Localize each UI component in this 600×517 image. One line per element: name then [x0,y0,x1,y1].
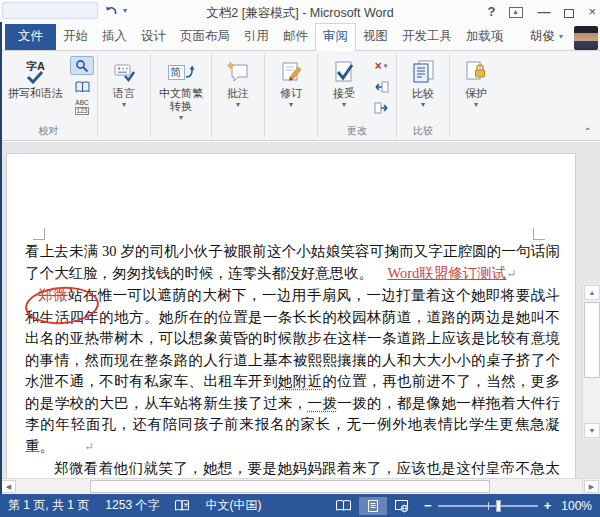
word-count-indicator[interactable]: 1253 个字 [97,497,167,514]
page-indicator[interactable]: 第 1 页, 共 1 页 [0,497,97,514]
reject-x-icon: × [375,60,382,72]
horizontal-scrollbar[interactable]: ◀ [0,478,582,494]
tab-references[interactable]: 引用 [237,24,276,50]
print-layout-button[interactable] [359,497,387,515]
tab-insert[interactable]: 插入 [95,24,134,50]
group-chinese-conversion: 简 中文简繁 转换 ▾ [151,51,211,140]
web-layout-button[interactable] [387,497,416,515]
zoom-controls: − + [416,498,559,513]
chevron-down-icon: ▾ [289,100,293,109]
protect-button[interactable]: 保护 ▾ [453,53,499,111]
proofing-book-icon [174,499,190,512]
tab-review[interactable]: 审阅 [315,23,356,51]
zoom-in-button[interactable]: + [544,498,552,513]
group-label-conversion [154,124,208,140]
group-label-language [101,124,147,140]
protect-lock-icon [465,57,487,87]
track-changes-button[interactable]: 修订 ▾ [268,53,314,111]
chevron-down-icon: ▾ [179,113,183,122]
document-area: 看上去未满 30 岁的司机小伙子被眼前这个小姑娘笑容可掬而又字正腔圆的一句话闹了… [0,142,600,478]
margin-cropmark-left [33,228,45,240]
horizontal-scroll-thumb[interactable] [90,480,490,493]
maximize-button[interactable] [564,9,574,18]
tab-mailings[interactable]: 邮件 [276,24,315,50]
group-comments: 批注 ▾ [212,51,264,140]
paragraph: 郑微站在惟一可以遮荫的大树下，一边用手扇风，一边打量着这个她即将要战斗和生活四年… [25,285,560,458]
accept-button[interactable]: 接受 ▾ [321,53,367,111]
read-mode-button[interactable] [328,497,359,514]
group-protect: 保护 ▾ [450,51,502,140]
collapse-ribbon-icon[interactable]: ⌃ [584,126,592,137]
minimize-button[interactable]: — [537,3,550,21]
group-language: 语言 ▾ [98,51,150,140]
chevron-down-icon: ▾ [384,62,388,70]
paragraph: 看上去未满 30 岁的司机小伙子被眼前这个小姑娘笑容可掬而又字正腔圆的一句话闹了… [25,241,560,285]
title-bar: ▾ 文档2 [兼容模式] - Microsoft Word ? ▴ — × [0,0,600,26]
new-comment-button[interactable]: 批注 ▾ [215,53,261,111]
spelling-grammar-button[interactable]: 字A 拼写和语法 [3,53,68,102]
compare-icon [410,57,436,87]
zoom-slider-thumb[interactable] [496,500,501,512]
next-change-button[interactable] [369,98,393,117]
compare-label: 比较 [412,87,434,100]
language-label: 语言 [113,87,135,100]
chinese-conversion-label-1: 中文简繁 [159,87,203,100]
tab-page-layout[interactable]: 页面布局 [173,24,237,50]
user-account-menu[interactable]: 胡俊 ▾ [523,24,570,50]
grammar-check-run: 她附近 [278,373,323,389]
group-label-compare: 比较 [400,124,446,140]
language-button[interactable]: 语言 ▾ [101,53,147,111]
zoom-level[interactable]: 100% [559,499,600,513]
user-avatar[interactable] [574,26,598,50]
group-label-protect [453,124,499,140]
close-button[interactable]: × [588,3,596,21]
group-label-changes: 更改 [321,124,393,140]
compare-button[interactable]: 比较 ▾ [400,53,446,111]
proofing-status-button[interactable] [167,499,197,512]
chevron-down-icon: ▾ [122,100,126,109]
chevron-down-icon: ▾ [474,100,478,109]
scrollbar-corner: ▶ [582,478,600,494]
scroll-down-arrow[interactable]: ▼ [584,423,600,438]
tab-addins[interactable]: 加载项 [459,24,511,50]
tab-developer[interactable]: 开发工具 [395,24,459,50]
chinese-conversion-button[interactable]: 简 中文简繁 转换 ▾ [154,53,208,124]
language-indicator[interactable]: 中文(中国) [197,497,269,514]
group-changes: 接受 ▾ × ▾ 更改 [318,51,396,140]
zoom-slider-tick [488,502,489,510]
chevron-down-icon: ▾ [421,100,425,109]
protect-label: 保护 [465,87,487,100]
paragraph: 郑微看着他们就笑了，她想，要是她妈妈跟着来了，应该也是这付皇帝不急太监急的模样吧… [25,458,560,478]
abc-123-icon: ABC 123 [75,100,90,115]
tab-home[interactable]: 开始 [56,24,95,50]
tab-design[interactable]: 设计 [134,24,173,50]
vertical-scrollbar[interactable]: ▲ ▼ [582,284,600,439]
group-compare: 比较 ▾ 比较 [397,51,449,140]
ribbon-display-options-icon[interactable]: ▴ [509,7,523,18]
vertical-scroll-thumb[interactable] [584,302,600,378]
research-button[interactable] [70,56,94,75]
print-layout-icon [366,499,380,513]
document-page[interactable]: 看上去未满 30 岁的司机小伙子被眼前这个小姑娘笑容可掬而又字正腔圆的一句话闹了… [6,153,576,478]
accept-label: 接受 [333,87,355,100]
text-run: 郑微看着他们就笑了，她想，要是她妈妈跟着来了，应该也是这付皇帝不急太监急的模样吧… [25,460,560,478]
scroll-up-arrow[interactable]: ▲ [584,285,600,300]
tab-view[interactable]: 视图 [356,24,395,50]
track-changes-icon [280,57,302,87]
web-layout-icon [394,499,409,513]
chevron-down-icon: ▾ [342,100,346,109]
chinese-conversion-icon: 简 [168,57,195,87]
zoom-out-button[interactable]: − [424,498,432,513]
scroll-right-arrow[interactable]: ▶ [584,480,599,493]
ribbon-review: 字A 拼写和语法 ABC 123 [0,51,600,141]
tab-file[interactable]: 文件 [5,24,56,50]
word-count-button[interactable]: ABC 123 [70,98,94,117]
help-icon[interactable]: ? [487,3,495,21]
grammar-check-run: 一拨 [308,395,338,411]
user-caret-icon: ▾ [559,32,563,41]
previous-change-button[interactable] [369,77,393,96]
thesaurus-button[interactable] [70,77,94,96]
zoom-slider[interactable] [438,505,538,507]
reject-button[interactable]: × ▾ [369,56,393,75]
scroll-left-arrow[interactable]: ◀ [1,480,16,493]
